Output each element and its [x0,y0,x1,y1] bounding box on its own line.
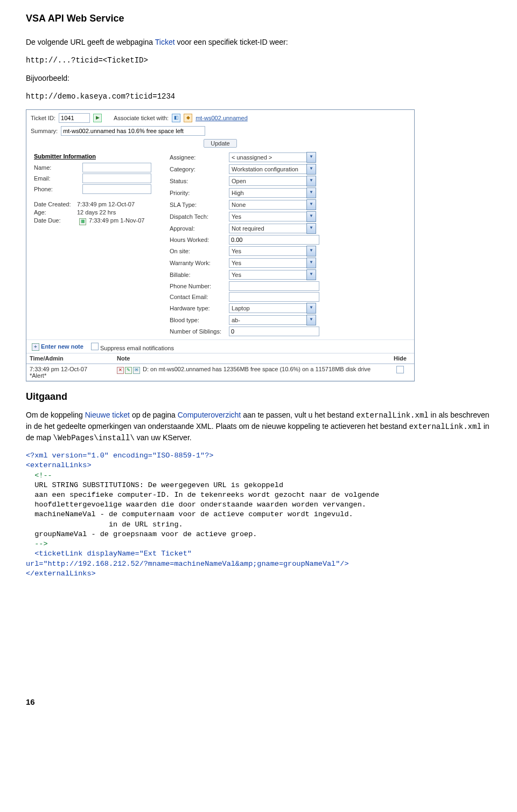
delete-icon[interactable]: ✕ [117,367,124,374]
expand-icon[interactable]: + [32,343,39,351]
hardware-select[interactable]: Laptop▼ [229,303,316,314]
code-inline: \WebPages\install\ [53,434,135,442]
agent-icon[interactable]: ◆ [184,114,192,122]
code-inline: externalLink.xml [409,422,481,431]
category-label: Category: [170,166,229,172]
billable-select[interactable]: Yes▼ [229,269,316,280]
email-input[interactable] [82,173,151,183]
blood-label: Blood type: [170,317,229,323]
contactemail-input[interactable] [229,292,319,302]
intro-paragraph: De volgende URL geeft de webpagina Ticke… [26,37,491,48]
computeroverzicht-link: Computeroverzicht [178,411,241,419]
chevron-down-icon[interactable]: ▼ [306,164,316,175]
text: De volgende URL geeft de webpagina [26,38,155,46]
ticket-id-label: Ticket ID: [31,115,55,121]
summary-input[interactable] [61,126,205,136]
go-icon[interactable]: ▶ [93,114,102,122]
age-value: 12 days 22 hrs [77,209,116,216]
category-select[interactable]: Workstation configuration▼ [229,164,316,175]
col-time-admin: Time/Admin [26,353,114,364]
phone-input[interactable] [82,184,151,194]
col-hide: Hide [386,353,414,364]
phonenum-input[interactable] [229,281,319,291]
warranty-label: Warranty Work: [170,260,229,266]
text: Om de koppeling [26,411,85,419]
submitter-heading: Submitter Information [34,153,163,159]
note-time: 7:33:49 pm 12-Oct-07 [30,366,110,372]
associate-label: Associate ticket with: [114,115,169,121]
notes-table: Time/Admin Note Hide 7:33:49 pm 12-Oct-0… [26,353,414,381]
dispatch-label: Dispatch Tech: [170,213,229,220]
associated-machine-link[interactable]: mt-ws002.unnamed [195,115,248,121]
hours-label: Hours Worked: [170,237,229,243]
summary-label: Summary: [31,128,58,134]
warranty-select[interactable]: Yes▼ [229,258,316,268]
date-created-value: 7:33:49 pm 12-Oct-07 [77,201,135,207]
chevron-down-icon[interactable]: ▼ [306,223,316,234]
priority-select[interactable]: High▼ [229,188,316,198]
ticket-id-input[interactable] [59,113,90,123]
assignee-select[interactable]: < unassigned >▼ [229,152,316,163]
priority-label: Priority: [170,190,229,196]
email-label: Email: [34,175,82,182]
chevron-down-icon[interactable]: ▼ [306,269,316,280]
contactemail-label: Contact Email: [170,294,229,300]
sla-select[interactable]: None▼ [229,199,316,210]
text: op de pagina [130,411,178,419]
date-due-value: 7:33:49 pm 1-Nov-07 [89,217,144,224]
ticket-link-text: Ticket [155,38,175,46]
note-admin: *Alert* [30,372,110,379]
onsite-select[interactable]: Yes▼ [229,246,316,256]
date-due-label: Date Due: [34,217,77,224]
nieuwe-ticket-link: Nieuwe ticket [85,411,130,419]
chevron-down-icon[interactable]: ▼ [306,258,316,268]
chevron-down-icon[interactable]: ▼ [306,176,316,186]
dispatch-select[interactable]: Yes▼ [229,211,316,222]
name-label: Name: [34,164,82,171]
machine-icon[interactable]: ◧ [172,114,180,122]
phone-label: Phone: [34,186,82,192]
name-input[interactable] [82,163,151,172]
update-button[interactable]: Update [204,139,236,148]
text: voor een specifiek ticket-ID weer: [175,38,288,46]
uitgaand-paragraph: Om de koppeling Nieuwe ticket op de pagi… [26,410,491,443]
age-label: Age: [34,209,77,216]
cal-icon[interactable]: ▦ [79,218,86,225]
hide-checkbox[interactable] [396,366,404,373]
onsite-label: On site: [170,248,229,254]
suppress-label: Suppress email notifications [100,345,174,351]
xml-code-block: <?xml version="1.0" encoding="ISO-8859-1… [26,451,491,579]
col-note: Note [114,353,386,364]
mail-icon[interactable]: ✉ [133,367,140,374]
approval-label: Approval: [170,225,229,232]
chevron-down-icon[interactable]: ▼ [306,303,316,314]
enter-new-note[interactable]: Enter new note [41,343,83,350]
assignee-label: Assignee: [170,154,229,161]
siblings-input[interactable] [229,327,319,336]
code-inline: externalLink.xml [356,411,428,420]
status-select[interactable]: Open▼ [229,176,316,186]
page-title: VSA API Web Service [26,13,491,24]
chevron-down-icon[interactable]: ▼ [306,315,316,325]
suppress-checkbox[interactable] [91,343,99,350]
chevron-down-icon[interactable]: ▼ [306,188,316,198]
text: aan te passen, vult u het bestand [241,411,356,419]
hardware-label: Hardware type: [170,305,229,311]
sla-label: SLA Type: [170,202,229,208]
chevron-down-icon[interactable]: ▼ [306,211,316,222]
table-row: 7:33:49 pm 12-Oct-07 *Alert* ✕✎✉ D: on m… [26,364,414,381]
siblings-label: Number of Siblings: [170,328,229,335]
edit-icon[interactable]: ✎ [125,367,132,374]
hours-input[interactable] [229,235,319,245]
chevron-down-icon[interactable]: ▼ [306,199,316,210]
approval-select[interactable]: Not required▼ [229,223,316,234]
note-text: D: on mt-ws002.unnamed has 12356MB free … [143,366,371,372]
bijvoorbeeld-label: Bijvoorbeeld: [26,73,491,84]
blood-select[interactable]: ab-▼ [229,315,316,325]
text: van uw KServer. [135,433,192,442]
url-template: http://...?ticid=<TicketID> [26,55,491,66]
chevron-down-icon[interactable]: ▼ [306,152,316,163]
status-label: Status: [170,178,229,184]
billable-label: Billable: [170,272,229,278]
chevron-down-icon[interactable]: ▼ [306,246,316,256]
